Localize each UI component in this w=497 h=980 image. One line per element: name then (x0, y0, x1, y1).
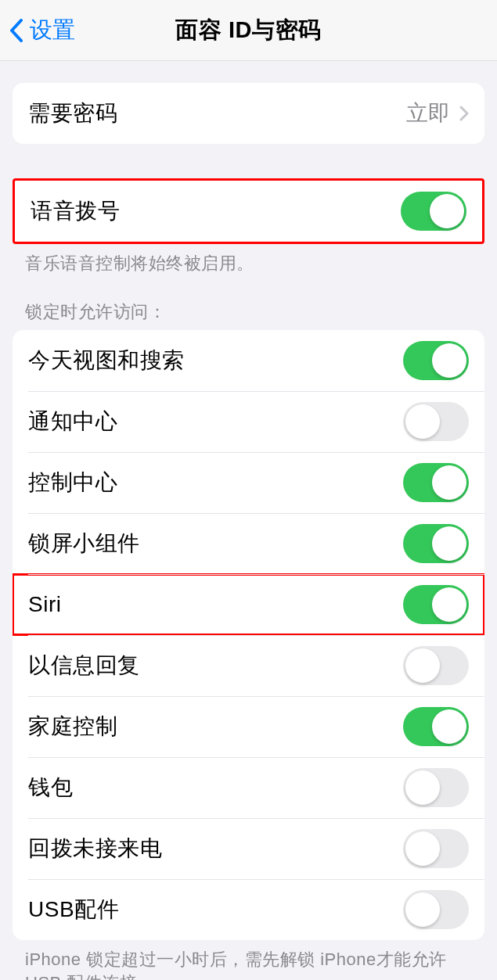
list-item: 以信息回复 (13, 635, 484, 696)
require-passcode-value: 立即 (406, 99, 469, 128)
list-item-toggle[interactable] (403, 402, 469, 441)
list-item-label: 锁屏小组件 (28, 529, 140, 558)
list-item-toggle[interactable] (403, 524, 469, 563)
list-item: 今天视图和搜索 (13, 330, 484, 391)
require-passcode-label: 需要密码 (28, 99, 117, 128)
list-item-toggle[interactable] (403, 463, 469, 502)
list-item-toggle[interactable] (403, 585, 469, 624)
list-item-label: 以信息回复 (28, 651, 140, 680)
page-title: 面容 ID与密码 (175, 15, 321, 46)
require-passcode-row[interactable]: 需要密码 立即 (13, 83, 484, 144)
lock-access-footer: iPhone 锁定超过一小时后，需先解锁 iPhone才能允许USB 配件连接。 (25, 948, 472, 980)
passcode-group: 需要密码 立即 (13, 83, 484, 144)
list-item: 钱包 (13, 757, 484, 818)
list-item-toggle[interactable] (403, 829, 469, 868)
list-item-label: Siri (28, 592, 61, 617)
list-item: 控制中心 (13, 452, 484, 513)
voice-dial-label: 语音拨号 (31, 196, 120, 226)
back-label: 设置 (30, 15, 75, 46)
list-item: 锁屏小组件 (13, 513, 484, 574)
list-item-label: 通知中心 (28, 407, 117, 436)
list-item: 回拨未接来电 (13, 818, 484, 879)
navigation-bar: 设置 面容 ID与密码 (0, 0, 497, 61)
list-item: 家庭控制 (13, 696, 484, 757)
list-item-label: 回拨未接来电 (28, 834, 162, 863)
lock-access-header: 锁定时允许访问： (25, 300, 472, 324)
list-item-toggle[interactable] (403, 768, 469, 807)
list-item-toggle[interactable] (403, 707, 469, 746)
chevron-right-icon (459, 106, 469, 121)
list-item-label: 控制中心 (28, 468, 117, 497)
lock-access-group: 今天视图和搜索通知中心控制中心锁屏小组件Siri以信息回复家庭控制钱包回拨未接来… (13, 330, 484, 940)
list-item-label: 家庭控制 (28, 712, 117, 741)
list-item-label: 钱包 (28, 773, 73, 802)
voice-dial-toggle[interactable] (401, 192, 466, 231)
list-item: Siri (13, 574, 484, 635)
list-item-label: USB配件 (28, 895, 119, 924)
list-item-toggle[interactable] (403, 341, 469, 380)
list-item-toggle[interactable] (403, 890, 469, 929)
voice-dial-row: 语音拨号 (15, 181, 482, 242)
list-item-toggle[interactable] (403, 646, 469, 685)
voice-dial-group: 语音拨号 (13, 178, 484, 244)
list-item-label: 今天视图和搜索 (28, 346, 185, 375)
chevron-left-icon (9, 19, 23, 42)
list-item: 通知中心 (13, 391, 484, 452)
list-item: USB配件 (13, 879, 484, 940)
back-button[interactable]: 设置 (9, 15, 75, 46)
voice-dial-footer: 音乐语音控制将始终被启用。 (25, 252, 472, 275)
